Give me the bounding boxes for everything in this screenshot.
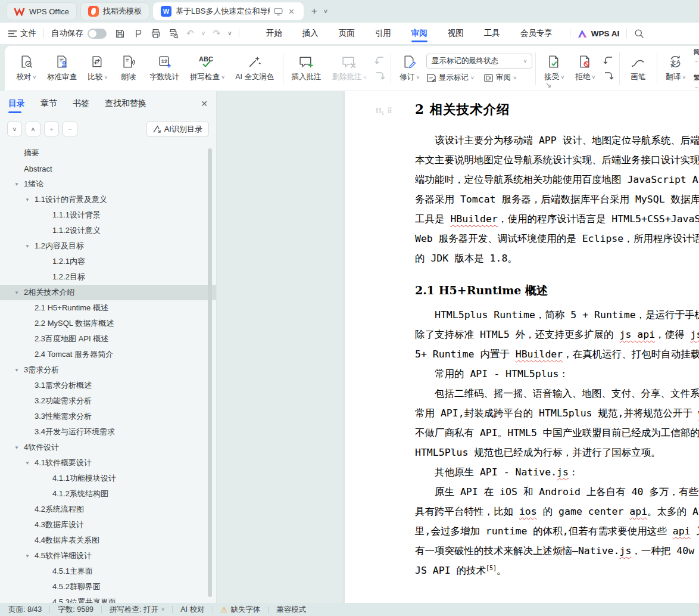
toc-item[interactable]: 4.5.1主界面 bbox=[0, 564, 216, 579]
toc-item[interactable]: ▼4.1软件概要设计 bbox=[0, 455, 216, 471]
toc-item[interactable]: ▼4软件设计 bbox=[0, 440, 216, 455]
tab-wps-office[interactable]: WPS Office bbox=[6, 2, 77, 20]
toc-item[interactable]: 1.1.2设计意义 bbox=[0, 223, 216, 238]
collapse-arrow-icon[interactable]: ▼ bbox=[14, 290, 24, 295]
tab-tools[interactable]: 工具 bbox=[474, 23, 510, 44]
toc-item[interactable]: 2.3百度地图 API 概述 bbox=[0, 331, 216, 347]
read-aloud-button[interactable]: 朗读 bbox=[113, 49, 144, 88]
expand-group-icon[interactable] bbox=[546, 83, 551, 88]
collapse-arrow-icon[interactable]: ▼ bbox=[14, 368, 24, 373]
toc-item[interactable]: 4.1.2系统结构图 bbox=[0, 486, 216, 502]
toc-item[interactable]: ▼2相关技术介绍 bbox=[0, 285, 216, 300]
previous-revision-icon[interactable] bbox=[603, 55, 614, 66]
sidebar-scrollbar[interactable] bbox=[208, 148, 212, 597]
ai-proofread-button[interactable]: AI 校对 bbox=[180, 605, 204, 615]
markup-state-select[interactable]: 显示标记的最终状态˅ bbox=[426, 54, 532, 69]
delete-comment-button[interactable]: 删除批注˅ bbox=[327, 49, 372, 88]
track-changes-button[interactable]: 修订˅ bbox=[394, 49, 425, 88]
search-icon[interactable] bbox=[634, 29, 644, 39]
show-markup-button[interactable]: 显示标记˅ bbox=[426, 73, 474, 83]
demote-button[interactable]: − bbox=[63, 122, 77, 136]
tab-reference[interactable]: 引用 bbox=[365, 23, 401, 44]
toc-item[interactable]: ▼3需求分析 bbox=[0, 362, 216, 378]
toc-item[interactable]: 4.4数据库表关系图 bbox=[0, 533, 216, 548]
tab-page[interactable]: 页面 bbox=[329, 23, 365, 44]
compare-button[interactable]: 比较˅ bbox=[82, 49, 113, 88]
file-menu-button[interactable]: 文件 bbox=[8, 28, 36, 39]
collapse-arrow-icon[interactable]: ▼ bbox=[25, 553, 35, 559]
tab-home[interactable]: 开始 bbox=[256, 23, 292, 44]
toc-item[interactable]: 3.2功能需求分析 bbox=[0, 393, 216, 409]
save-icon[interactable] bbox=[115, 29, 125, 39]
traditional-to-simplified-button[interactable]: 繁→ 转简 bbox=[694, 71, 699, 91]
toc-item[interactable]: ▼1.1设计的背景及意义 bbox=[0, 192, 216, 207]
tab-find-replace[interactable]: 查找和替换 bbox=[105, 91, 146, 116]
proofread-button[interactable]: 校对˅ bbox=[11, 49, 42, 88]
reject-change-button[interactable]: 拒绝˅ bbox=[570, 49, 601, 88]
collapse-arrow-icon[interactable]: ▼ bbox=[14, 182, 24, 187]
presentation-mode-icon[interactable] bbox=[274, 8, 283, 15]
toc-item[interactable]: 2.4 Tomcat 服务器简介 bbox=[0, 347, 216, 362]
close-sidebar-icon[interactable]: ✕ bbox=[201, 99, 208, 108]
toc-item[interactable]: 2.1 H5+Runtime 概述 bbox=[0, 300, 216, 316]
toc-item[interactable]: ▼4.5软件详细设计 bbox=[0, 548, 216, 564]
next-comment-icon[interactable] bbox=[375, 71, 385, 81]
tab-bookmarks[interactable]: 书签 bbox=[73, 91, 89, 116]
tab-member[interactable]: 会员专享 bbox=[510, 23, 563, 44]
tab-contents[interactable]: 目录 bbox=[8, 91, 25, 116]
toc-item[interactable]: 3.3性能需求分析 bbox=[0, 409, 216, 424]
undo-history-caret-icon[interactable]: ˅ bbox=[202, 30, 205, 37]
tab-view[interactable]: 视图 bbox=[438, 23, 474, 44]
toc-item[interactable]: 1.2.2目标 bbox=[0, 269, 216, 285]
toc-item[interactable]: 3.4开发与运行环境需求 bbox=[0, 424, 216, 440]
toc-item[interactable]: 4.5.3位置共享界面 bbox=[0, 595, 216, 603]
spell-check-button[interactable]: ABC 拼写检查˅ bbox=[185, 49, 230, 88]
page-indicator[interactable]: 页面: 8/43 bbox=[8, 605, 42, 615]
redo-icon[interactable]: ↷ bbox=[213, 28, 220, 39]
ai-recognize-toc-button[interactable]: AI识别目录 bbox=[146, 121, 209, 137]
tab-insert[interactable]: 插入 bbox=[292, 23, 329, 44]
accept-change-button[interactable]: 接受˅ bbox=[539, 49, 570, 88]
translate-button[interactable]: 文A 翻译˅ bbox=[660, 49, 691, 88]
toc-item[interactable]: ▼1.2内容及目标 bbox=[0, 238, 216, 254]
promote-button[interactable]: + bbox=[44, 122, 59, 136]
tab-document[interactable]: W 基于LBS多人快速定位和导航 ✕ bbox=[153, 2, 304, 20]
new-tab-button[interactable]: + bbox=[307, 5, 322, 17]
next-revision-icon[interactable] bbox=[603, 71, 614, 81]
toc-item[interactable]: 1.2.1内容 bbox=[0, 254, 216, 269]
toolbar-more-caret-icon[interactable]: ˅ bbox=[228, 30, 232, 37]
toc-item[interactable]: 4.2系统流程图 bbox=[0, 502, 216, 517]
review-pane-button[interactable]: 审阅˅ bbox=[483, 73, 516, 83]
tab-review[interactable]: 审阅 bbox=[401, 23, 438, 44]
close-tab-icon[interactable]: ✕ bbox=[287, 7, 296, 16]
insert-comment-button[interactable]: 插入批注 bbox=[286, 49, 327, 88]
collapse-arrow-icon[interactable]: ▼ bbox=[14, 445, 24, 450]
collapse-arrow-icon[interactable]: ▼ bbox=[25, 197, 35, 203]
missing-font-warning[interactable]: ⚠ 缺失字体 bbox=[221, 605, 261, 615]
wps-ai-button[interactable]: WPS AI bbox=[578, 29, 620, 38]
compatibility-mode-indicator[interactable]: 兼容模式 bbox=[276, 605, 306, 615]
toc-item[interactable]: 摘要 bbox=[0, 145, 216, 161]
simplified-to-traditional-button[interactable]: 简→ 转繁 bbox=[694, 46, 699, 66]
toc-item[interactable]: 3.1需求分析概述 bbox=[0, 378, 216, 393]
print-icon[interactable] bbox=[151, 29, 161, 39]
toc-item[interactable]: 1.1.1设计背景 bbox=[0, 207, 216, 223]
tab-list-chevron-icon[interactable]: ˅ bbox=[322, 8, 330, 15]
expand-all-button[interactable]: ˅ bbox=[7, 122, 22, 136]
autosave-toggle[interactable] bbox=[88, 29, 107, 39]
ink-pen-button[interactable]: 画笔 bbox=[623, 49, 654, 88]
tab-docer-templates[interactable]: 找稻壳模板 bbox=[80, 2, 149, 20]
collapse-arrow-icon[interactable]: ▼ bbox=[25, 244, 35, 249]
collapse-arrow-icon[interactable]: ▼ bbox=[25, 461, 35, 466]
toc-item[interactable]: Abstract bbox=[0, 161, 216, 176]
word-count-button[interactable]: 12 字数统计 bbox=[144, 49, 185, 88]
tab-chapters[interactable]: 章节 bbox=[40, 91, 57, 116]
previous-comment-icon[interactable] bbox=[375, 55, 385, 66]
toc-item[interactable]: 4.5.2群聊界面 bbox=[0, 579, 216, 595]
toc-item[interactable]: 4.1.1功能模块设计 bbox=[0, 471, 216, 486]
standard-review-button[interactable]: 标准审查 bbox=[42, 49, 82, 88]
toc-item[interactable]: 4.3数据库设计 bbox=[0, 517, 216, 533]
toc-item[interactable]: 2.2 MySQL 数据库概述 bbox=[0, 316, 216, 331]
undo-icon[interactable]: ↶ bbox=[186, 28, 194, 39]
word-count-indicator[interactable]: 字数: 9589 bbox=[58, 605, 93, 615]
